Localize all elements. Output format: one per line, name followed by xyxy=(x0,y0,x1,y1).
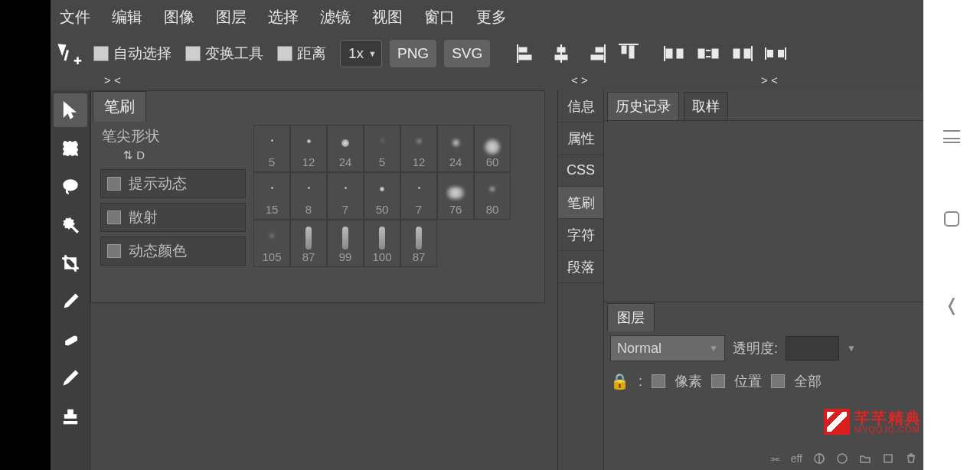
lock-pixel-checkbox[interactable] xyxy=(652,374,665,388)
brush-tip-cell[interactable]: 99 xyxy=(327,220,364,267)
link-layers-icon[interactable]: ⫘ xyxy=(769,452,780,465)
back-icon[interactable]: ❬ xyxy=(945,295,959,315)
distribute-spacing-icon[interactable] xyxy=(764,43,787,64)
svg-point-33 xyxy=(838,454,847,463)
brush-tab[interactable]: 笔刷 xyxy=(93,91,146,122)
menu-window[interactable]: 窗口 xyxy=(424,7,455,28)
sample-tab[interactable]: 取样 xyxy=(684,92,728,120)
panel-tab-0[interactable]: 信息 xyxy=(558,90,603,122)
zoom-select[interactable]: 1x ▼ xyxy=(340,40,382,67)
panel-tab-2[interactable]: CSS xyxy=(558,155,603,187)
zoom-value: 1x xyxy=(348,45,364,62)
eyedropper-tool[interactable] xyxy=(54,285,87,318)
export-png-button[interactable]: PNG xyxy=(390,40,436,67)
menu-icon[interactable] xyxy=(943,130,960,142)
delete-layer-icon[interactable] xyxy=(905,452,917,465)
menu-select[interactable]: 选择 xyxy=(268,7,299,28)
history-tab[interactable]: 历史记录 xyxy=(607,92,679,120)
menu-layer[interactable]: 图层 xyxy=(216,7,247,28)
brush-color-dynamics-option[interactable]: 动态颜色 xyxy=(100,237,246,266)
export-svg-button[interactable]: SVG xyxy=(444,40,490,67)
brush-tip-cell[interactable]: 7 xyxy=(327,172,364,220)
menu-image[interactable]: 图像 xyxy=(164,7,194,28)
menu-view[interactable]: 视图 xyxy=(372,7,403,28)
panel-tab-5[interactable]: 段落 xyxy=(558,251,603,283)
history-body xyxy=(604,121,923,302)
lock-colon: : xyxy=(639,374,642,390)
lock-position-checkbox[interactable] xyxy=(711,374,725,388)
brush-tip-cell[interactable]: 76 xyxy=(437,172,474,220)
crop-tool[interactable] xyxy=(54,246,87,280)
marquee-tool[interactable] xyxy=(54,132,87,165)
brush-tip-cell[interactable]: 15 xyxy=(253,172,290,220)
align-top-icon[interactable] xyxy=(617,43,640,64)
panel-tab-4[interactable]: 字符 xyxy=(558,219,603,251)
recent-apps-icon[interactable] xyxy=(944,211,959,227)
panel-handle-left[interactable]: > < xyxy=(104,73,121,86)
panel-tab-3[interactable]: 笔刷 xyxy=(558,187,603,219)
brush-scatter-option[interactable]: 散射 xyxy=(100,203,246,232)
align-left-icon[interactable] xyxy=(516,43,539,64)
menu-more[interactable]: 更多 xyxy=(476,7,507,28)
menu-filter[interactable]: 滤镜 xyxy=(320,7,351,28)
align-right-icon[interactable] xyxy=(583,43,606,64)
svg-rect-20 xyxy=(744,49,750,58)
distance-checkbox[interactable]: 距离 xyxy=(277,44,326,64)
brush-tool[interactable] xyxy=(54,361,87,395)
menu-file[interactable]: 文件 xyxy=(60,7,90,28)
panel-handle-mid[interactable]: < > xyxy=(571,73,588,86)
auto-select-checkbox[interactable]: 自动选择 xyxy=(93,44,172,64)
system-edgebar: ❬ xyxy=(923,0,980,470)
brush-tip-cell[interactable]: 60 xyxy=(474,125,511,172)
brush-tip-cell[interactable]: 7 xyxy=(400,172,437,220)
brush-tip-cell[interactable]: 24 xyxy=(327,125,364,172)
main-area: 笔刷 笔尖形状 ⇅ D 提示动态 散射 动态颜色 xyxy=(51,90,923,470)
brush-tip-cell[interactable]: 12 xyxy=(290,125,327,172)
brush-tip-cell[interactable]: 50 xyxy=(364,172,400,220)
panel-tabstrip: 信息属性CSS笔刷字符段落 xyxy=(558,90,604,470)
align-center-h-icon[interactable] xyxy=(550,43,573,64)
brush-dynamics-option[interactable]: 提示动态 xyxy=(100,169,246,198)
layer-mask-icon[interactable] xyxy=(813,452,825,465)
brush-tip-cell[interactable]: 87 xyxy=(290,220,327,267)
distribute-left-icon[interactable] xyxy=(663,43,686,64)
brush-tip-cell[interactable]: 5 xyxy=(253,125,290,172)
adjustment-layer-icon[interactable] xyxy=(836,452,848,465)
blend-mode-select[interactable]: Normal ▼ xyxy=(610,335,725,361)
svg-point-31 xyxy=(75,337,77,338)
layer-effects-button[interactable]: eff xyxy=(791,452,802,465)
svg-rect-23 xyxy=(779,51,783,57)
panel-tab-1[interactable]: 属性 xyxy=(558,122,603,155)
layers-tab[interactable]: 图层 xyxy=(607,303,655,331)
align-group-distribute xyxy=(663,43,787,64)
lasso-tool[interactable] xyxy=(54,170,87,204)
stamp-tool[interactable] xyxy=(54,400,87,433)
blend-mode-value: Normal xyxy=(617,341,662,357)
brush-tip-cell[interactable]: 24 xyxy=(437,125,474,172)
brush-tip-grid: 51224512246015875077680105879910087 xyxy=(252,122,544,302)
lock-pixel-label: 像素 xyxy=(675,372,702,390)
opacity-input[interactable] xyxy=(786,336,839,361)
auto-select-label: 自动选择 xyxy=(113,44,172,64)
brush-tip-cell[interactable]: 87 xyxy=(400,220,437,267)
distribute-right-icon[interactable] xyxy=(730,43,753,64)
svg-point-30 xyxy=(65,343,67,344)
move-tool[interactable] xyxy=(54,93,87,127)
opacity-dropdown-icon[interactable]: ▼ xyxy=(847,343,856,354)
distribute-center-icon[interactable] xyxy=(697,43,720,64)
svg-rect-6 xyxy=(596,47,603,52)
brush-tip-cell[interactable]: 5 xyxy=(364,125,400,172)
brush-tip-cell[interactable]: 100 xyxy=(364,220,400,267)
brush-tip-cell[interactable]: 80 xyxy=(474,172,511,220)
lock-all-checkbox[interactable] xyxy=(771,374,785,388)
brush-tip-cell[interactable]: 8 xyxy=(290,172,327,220)
transform-tools-checkbox[interactable]: 变换工具 xyxy=(185,44,263,64)
brush-tip-cell[interactable]: 12 xyxy=(400,125,437,172)
quick-select-tool[interactable] xyxy=(54,208,87,242)
group-layers-icon[interactable] xyxy=(859,452,871,465)
panel-handle-right[interactable]: > < xyxy=(761,73,778,86)
new-layer-icon[interactable] xyxy=(882,452,894,465)
brush-tip-cell[interactable]: 105 xyxy=(253,220,290,267)
heal-tool[interactable] xyxy=(54,323,87,357)
menu-edit[interactable]: 编辑 xyxy=(112,7,142,28)
